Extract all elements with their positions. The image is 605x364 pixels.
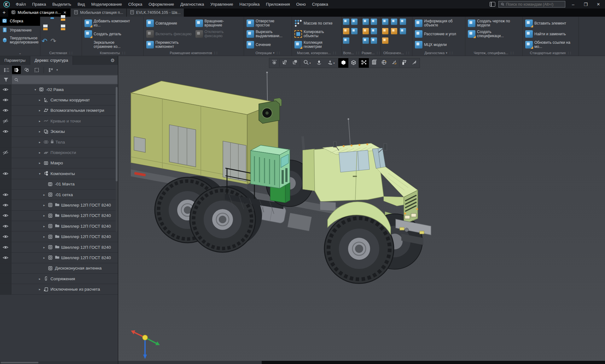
eye-hidden-icon[interactable]	[0, 147, 11, 157]
menu-правка[interactable]: Правка	[29, 0, 49, 9]
ribbon-button-hole-simple[interactable]: Отверстие простое	[245, 18, 290, 29]
tree-hscrollbar[interactable]	[0, 361, 118, 364]
tree-row-9[interactable]: -01 Мачта	[0, 179, 118, 190]
menu-окно[interactable]: Окно	[293, 0, 309, 9]
section-view-button[interactable]	[359, 58, 369, 68]
display-settings-button[interactable]	[269, 58, 279, 68]
note-check-icon[interactable]	[382, 28, 388, 34]
expander-icon[interactable]: ▸	[38, 277, 42, 281]
expander-icon[interactable]: ▸	[42, 235, 46, 238]
ribbon-button-cut-extrude[interactable]: Вырезать выдавливани...	[245, 29, 290, 39]
dim-angle-icon[interactable]	[371, 37, 377, 44]
tree-row-19[interactable]: ▸Исключенные из расчета	[0, 284, 118, 294]
tree-row-7[interactable]: ▸Макро	[0, 158, 118, 168]
menu-вид[interactable]: Вид	[74, 0, 88, 9]
chevron-down-icon[interactable]: ▾	[309, 62, 311, 65]
tree-item[interactable]: ▸Кривые и точки	[11, 116, 118, 126]
tree-item[interactable]: ▸Поверхности	[11, 147, 118, 157]
command-search-input[interactable]	[506, 2, 563, 7]
menu-моделирование[interactable]: Моделирование	[88, 0, 125, 9]
tree-item[interactable]: ▸Системы координат	[11, 95, 118, 105]
tree-structure-button[interactable]	[12, 66, 21, 74]
tree-row-13[interactable]: ▸Швеллер 12П ГОСТ 8240	[0, 221, 118, 231]
eye-visible-icon[interactable]	[0, 105, 11, 116]
eye-visible-icon[interactable]	[0, 253, 11, 263]
ribbon-button-save-as[interactable]	[59, 28, 67, 36]
panel-settings-gear-icon[interactable]: ⚙	[111, 56, 118, 65]
wireframe-view-button[interactable]	[348, 58, 358, 68]
group-grip-handle[interactable]: ⋮⋮	[68, 51, 73, 54]
note-warning-icon[interactable]	[382, 37, 388, 44]
tree-item[interactable]: Дискоконусная антенна	[11, 263, 118, 273]
tree-row-1[interactable]: ▸Системы координат	[0, 95, 118, 105]
eye-visible-icon[interactable]	[0, 84, 11, 94]
ribbon-button-create-spec[interactable]: Создать спецификаци...	[467, 29, 515, 39]
ribbon-collapse-chevron[interactable]: ⌄	[0, 51, 40, 56]
ribbon-button-copy-objects[interactable]: Копировать объекты	[293, 29, 340, 39]
tree-row-14[interactable]: ▸Швеллер 12П ГОСТ 8240	[0, 231, 118, 242]
expander-icon[interactable]: ▾	[38, 172, 42, 175]
tree-row-8[interactable]: ▾Компоненты	[0, 168, 118, 179]
ribbon-button-add-component[interactable]: Добавить компонент из...	[83, 18, 132, 29]
dim-cylinder-icon[interactable]	[371, 19, 377, 25]
shaded-view-button[interactable]	[338, 58, 348, 68]
filter-funnel-icon[interactable]	[0, 75, 12, 84]
viewport-3d[interactable]: ▾▾	[118, 56, 605, 364]
menu-оформление[interactable]: Оформление	[145, 0, 177, 9]
tree-row-15[interactable]: ▸Швеллер 12П ГОСТ 8240	[0, 242, 118, 253]
tree-row-17[interactable]: Дискоконусная антенна	[0, 263, 118, 274]
marquee-select-button[interactable]	[32, 66, 41, 74]
eye-visible-icon[interactable]	[0, 95, 11, 105]
mode-management[interactable]: Управление	[0, 26, 40, 35]
group-grip-handle[interactable]: ⋮⋮	[376, 51, 380, 54]
note-arrow-icon[interactable]	[391, 19, 397, 25]
ribbon-button-create-drawing[interactable]: Создать чертеж по модели	[467, 18, 515, 29]
ribbon-button-doc-props[interactable]	[42, 28, 50, 36]
tree-item[interactable]: ▸Швеллер 12П ГОСТ 8240	[11, 200, 118, 210]
ribbon-button-mate-coincident[interactable]: Совпадение	[145, 18, 194, 29]
expander-icon[interactable]: ▸	[42, 203, 46, 207]
eye-visible-icon[interactable]	[0, 211, 11, 221]
eye-hidden-icon[interactable]	[0, 116, 11, 126]
sphere-clip-button[interactable]	[379, 58, 389, 68]
tree-row-4[interactable]: ▸Эскизы	[0, 127, 118, 137]
ribbon-button-distance-angle[interactable]: Расстояние и угол	[414, 29, 462, 39]
group-grip-handle[interactable]: ⋮⋮	[405, 51, 410, 54]
dim-box-icon[interactable]	[363, 37, 369, 44]
ribbon-button-undo[interactable]: ↶	[42, 37, 50, 46]
menu-сборка[interactable]: Сборка	[125, 0, 146, 9]
expander-icon[interactable]: ▸	[38, 98, 42, 102]
chevron-down-icon[interactable]: ▾	[56, 68, 58, 71]
tree-vscrollbar[interactable]	[116, 87, 118, 232]
ribbon-button-section[interactable]: Сечение	[245, 39, 290, 50]
simplify-view-button[interactable]	[389, 58, 399, 68]
expander-icon[interactable]: ▸	[42, 214, 46, 217]
tree-row-10[interactable]: ▸-01 сетка	[0, 190, 118, 200]
tree-row-18[interactable]: ▸Сопряжения	[0, 274, 118, 284]
ribbon-button-array-grid[interactable]: Массив по сетке	[293, 18, 340, 29]
group-grip-handle[interactable]: ⋮⋮	[355, 51, 360, 54]
eye-visible-icon[interactable]	[0, 221, 11, 231]
tree-item[interactable]: ▸Сопряжения	[11, 274, 118, 284]
menu-настройка[interactable]: Настройка	[236, 0, 263, 9]
tree-item[interactable]: ▾-02 Рама	[11, 84, 118, 94]
tree-row-5[interactable]: ▸Тела	[0, 137, 118, 147]
tree-search-input[interactable]	[20, 77, 115, 82]
eye-visible-icon[interactable]	[0, 242, 11, 252]
relations-button[interactable]	[22, 66, 31, 74]
tree-item[interactable]: ▸-01 сетка	[11, 190, 118, 200]
chevron-down-icon[interactable]: ▾	[273, 51, 275, 54]
ribbon-button-mirror-components[interactable]: Зеркальное отражение ко...	[83, 39, 132, 50]
tree-item[interactable]: ▾Компоненты	[11, 168, 118, 179]
crane-mode-button[interactable]	[399, 58, 410, 68]
dim-linear-icon[interactable]	[363, 19, 369, 25]
menu-диагностика[interactable]: Диагностика	[177, 0, 207, 9]
tree-item[interactable]: -01 Мачта	[11, 179, 118, 189]
aux-point-icon[interactable]	[351, 19, 358, 25]
expander-icon[interactable]: ▸	[42, 225, 46, 228]
command-search[interactable]	[498, 1, 565, 8]
expander-icon[interactable]: ▸	[38, 161, 42, 165]
note-datum-icon[interactable]	[400, 19, 406, 25]
tree-row-16[interactable]: ▸Швеллер 12П ГОСТ 8240	[0, 253, 118, 263]
tree-item[interactable]: ▸Швеллер 12П ГОСТ 8240	[11, 231, 118, 242]
